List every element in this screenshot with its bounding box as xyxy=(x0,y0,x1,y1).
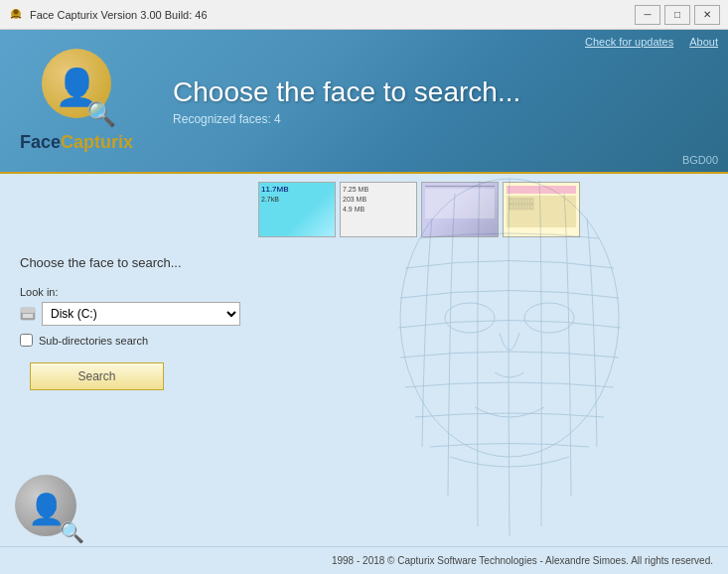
subdirectories-checkbox[interactable] xyxy=(20,334,33,347)
window-controls: ─ □ ✕ xyxy=(635,5,720,25)
main-content: 11.7MB 2.7kB 7.25 MB 203 MB 4.9 MB xyxy=(0,174,728,546)
header: Check for updates About 👤 🔍 FaceCapturix… xyxy=(0,30,728,174)
thumb-2-text: 7.25 MB 203 MB 4.9 MB xyxy=(341,183,416,215)
disk-icon xyxy=(20,307,36,321)
thumbnail-2[interactable]: 7.25 MB 203 MB 4.9 MB xyxy=(340,182,417,237)
bgd-label: BGD00 xyxy=(682,154,718,166)
svg-rect-4 xyxy=(23,314,33,318)
logo-text: FaceCapturix xyxy=(20,132,133,153)
header-main-title: Choose the face to search... xyxy=(173,76,708,108)
thumbnail-strip: 11.7MB 2.7kB 7.25 MB 203 MB 4.9 MB xyxy=(258,182,718,237)
thumbnail-3[interactable] xyxy=(421,182,499,237)
look-in-label: Look in: xyxy=(20,286,708,298)
choose-face-label: Choose the face to search... xyxy=(20,255,708,270)
title-bar: Face Capturix Version 3.00 Build: 46 ─ □… xyxy=(0,0,728,30)
about-link[interactable]: About xyxy=(689,36,718,48)
footer: 1998 - 2018 © Capturix Software Technolo… xyxy=(0,546,728,574)
magnifier-icon: 🔍 xyxy=(86,100,116,128)
logo-avatar: 👤 🔍 xyxy=(37,49,116,128)
maximize-button[interactable]: □ xyxy=(664,5,690,25)
bottom-avatar: 👤 🔍 xyxy=(15,475,84,544)
window-title: Face Capturix Version 3.00 Build: 46 xyxy=(30,9,635,21)
bottom-magnifier-icon: 🔍 xyxy=(60,520,84,544)
svg-rect-3 xyxy=(21,308,35,313)
thumb-4-text: ░░░░░░░░░░░░ xyxy=(504,183,579,230)
search-button[interactable]: Search xyxy=(30,362,164,390)
logo-area: 👤 🔍 FaceCapturix xyxy=(0,39,153,163)
minimize-button[interactable]: ─ xyxy=(635,5,660,25)
footer-copyright: 1998 - 2018 © Capturix Software Technolo… xyxy=(332,555,713,566)
header-links: Check for updates About xyxy=(585,36,718,48)
svg-point-1 xyxy=(14,9,19,14)
look-in-row: Disk (C:) xyxy=(20,302,708,326)
thumbnail-4[interactable]: ░░░░░░░░░░░░ xyxy=(503,182,580,237)
header-title-area: Choose the face to search... Recognized … xyxy=(153,57,728,146)
thumb-1-text: 11.7MB 2.7kB xyxy=(259,183,335,206)
look-in-select[interactable]: Disk (C:) xyxy=(42,302,240,326)
logo-capturix: Capturix xyxy=(61,132,133,152)
thumbnail-1[interactable]: 11.7MB 2.7kB xyxy=(258,182,336,237)
close-button[interactable]: ✕ xyxy=(694,5,720,25)
thumb-3-text xyxy=(422,183,498,221)
bottom-person-icon: 👤 xyxy=(28,492,65,526)
app-icon xyxy=(8,7,24,23)
check-updates-link[interactable]: Check for updates xyxy=(585,36,673,48)
header-subtitle: Recognized faces: 4 xyxy=(173,112,708,126)
logo-face: Face xyxy=(20,132,61,152)
subdirectories-row: Sub-directories search xyxy=(20,334,708,347)
subdirectories-label: Sub-directories search xyxy=(39,335,148,347)
